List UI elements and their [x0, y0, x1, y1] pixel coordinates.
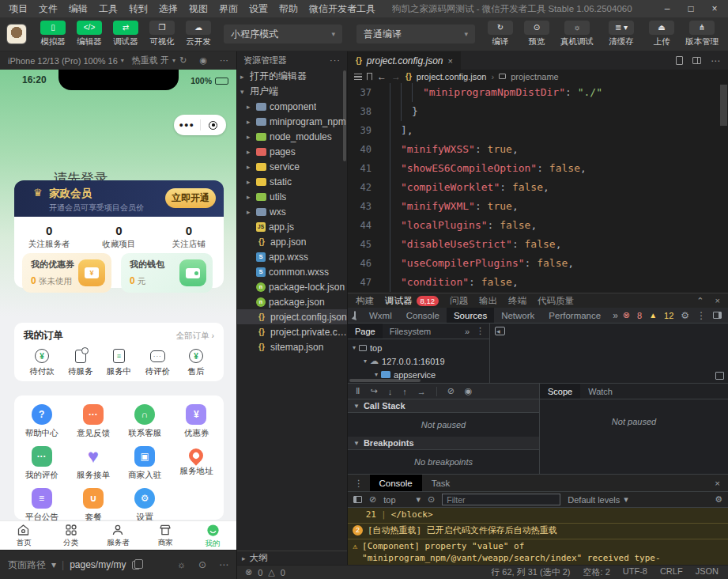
outline-icon[interactable] [354, 74, 362, 80]
tree-file[interactable]: JSapp.js [237, 219, 347, 234]
status-error-count[interactable]: 0 [258, 568, 262, 577]
more-icon[interactable]: ⋯ [711, 55, 720, 66]
wallet-card[interactable]: 我的钱包0元 [121, 253, 213, 293]
order-item[interactable]: ≡服务中 [102, 348, 137, 377]
menu-item[interactable]: 视图 [183, 0, 213, 17]
toolbar-button[interactable]: ⊙预览 [519, 21, 555, 47]
grid-item[interactable]: ¥优惠券 [171, 404, 222, 439]
log-line-number[interactable]: 21 [353, 509, 376, 521]
explorer-section[interactable]: ▸打开的编辑器 [237, 69, 347, 84]
panel-tab[interactable]: 问题 [450, 295, 468, 307]
console-log-row[interactable]: ⚠[Component] property "value" of "minipr… [348, 539, 728, 565]
grid-item[interactable]: 服务地址 [171, 446, 222, 481]
hide-navigator-icon[interactable]: ◀ [495, 327, 505, 335]
toolbar-button[interactable]: </>编辑器 [71, 21, 108, 47]
breadcrumb-symbol[interactable]: projectname [511, 72, 559, 81]
horizontal-scrollbar[interactable] [349, 379, 421, 382]
toolbar-button[interactable]: ❐可视化 [144, 21, 180, 47]
explorer-section[interactable]: ▾用户端 [237, 84, 347, 99]
menu-item[interactable]: 文件 [33, 0, 63, 17]
console-log-row[interactable]: 21|</block> [348, 508, 728, 524]
gear-icon[interactable]: ⚙ [715, 494, 722, 505]
code-area[interactable]: 3738394041424344454647 "miniprogramNpmDi… [348, 83, 728, 293]
clear-console-icon[interactable]: ⊘ [369, 494, 376, 505]
console-tab[interactable]: Task [422, 475, 460, 491]
kebab-menu-icon[interactable]: ⋮ [696, 310, 706, 321]
close-icon[interactable]: × [715, 296, 720, 306]
status-item[interactable]: UTF-8 [623, 566, 647, 578]
menu-item[interactable]: 项目 [3, 0, 33, 17]
kebab-menu-icon[interactable]: ⋮ [476, 326, 485, 336]
grid-item[interactable]: ?帮助中心 [16, 404, 67, 439]
tab-overflow-icon[interactable]: » [608, 308, 623, 323]
status-warning-count[interactable]: 0 [281, 568, 285, 577]
tab-item[interactable]: 服务者 [95, 521, 142, 550]
capsule-menu[interactable]: ●●● [174, 115, 226, 135]
eye-icon[interactable]: ⊙ [198, 559, 206, 570]
compile-mode-select[interactable]: 普通编译 ▾ [356, 25, 475, 44]
more-icon[interactable]: ●●● [174, 121, 200, 129]
refresh-icon[interactable]: ↻ [179, 55, 187, 66]
forward-icon[interactable]: → [391, 71, 401, 82]
tree-folder[interactable]: ▸node_modules [237, 129, 347, 144]
panel-tab[interactable]: 输出 [479, 295, 497, 307]
panel-tab[interactable]: 代码质量 [538, 295, 574, 307]
devtools-tab[interactable]: Console [399, 308, 447, 323]
tree-file[interactable]: {}sitemap.json [237, 339, 347, 354]
close-icon[interactable]: × [707, 475, 728, 491]
tree-node[interactable]: ▾☁127.0.0.1:16019 [348, 354, 489, 368]
tree-file[interactable]: npackage-lock.json [237, 279, 347, 294]
stat-item[interactable]: 0关注服务者 [14, 224, 84, 250]
tree-folder[interactable]: ▸service [237, 159, 347, 174]
tree-folder[interactable]: ▸wxs [237, 204, 347, 219]
grid-item[interactable]: ▣商家入驻 [119, 446, 171, 481]
tree-file[interactable]: Scommon.wxss [237, 264, 347, 279]
breadcrumb-file[interactable]: project.config.json [417, 72, 487, 81]
status-item[interactable]: CRLF [660, 566, 683, 578]
panel-tab[interactable]: 终端 [508, 295, 526, 307]
device-select[interactable]: iPhone 12/13 (Pro) 100% 16 [8, 56, 118, 66]
status-item[interactable]: 行 62, 列 31 (选中 2) [491, 566, 570, 578]
toolbar-button[interactable]: ↻编译 [482, 21, 519, 47]
tree-folder[interactable]: ▸miniprogram_npm [237, 114, 347, 129]
close-button[interactable]: × [704, 1, 725, 17]
all-orders-link[interactable]: 全部订单 › [176, 331, 214, 342]
inspect-element-icon[interactable] [354, 311, 356, 320]
more-icon[interactable]: ⋯ [220, 55, 228, 66]
device-debug-icon[interactable]: ☼ [177, 559, 186, 570]
grid-item[interactable]: ···意见反馈 [67, 404, 119, 439]
call-stack-header[interactable]: ▼ Call Stack [348, 399, 539, 413]
toolbar-button[interactable]: ⏏上传 [643, 21, 680, 47]
toolbar-button[interactable]: ☁云开发 [180, 21, 217, 47]
console-filter-input[interactable] [442, 494, 560, 505]
toolbar-button[interactable]: ▯模拟器 [35, 21, 71, 47]
mode-select[interactable]: 小程序模式 ▾ [224, 25, 342, 44]
menu-item[interactable]: 设置 [243, 0, 273, 17]
devtools-tab[interactable]: Performance [541, 308, 608, 323]
editor-scrollbar[interactable] [720, 85, 727, 126]
menu-item[interactable]: 工具 [93, 0, 123, 17]
grid-item[interactable]: ⚙设置 [119, 488, 171, 523]
open-file-icon[interactable] [715, 372, 724, 380]
split-editor-icon[interactable] [692, 57, 701, 64]
toolbar-button[interactable]: ⇄调试器 [108, 21, 144, 47]
grid-item[interactable]: ∩联系客服 [119, 404, 171, 439]
console-sidebar-icon[interactable] [353, 496, 362, 503]
tab-item[interactable]: 分类 [47, 521, 95, 550]
outline-section[interactable]: ▸ 大纲 [237, 551, 347, 565]
sidebar-tab[interactable]: Filesystem [383, 324, 439, 339]
more-icon[interactable]: ⋯ [219, 559, 228, 570]
tree-folder[interactable]: ▸component [237, 99, 347, 114]
order-item[interactable]: ¥待付款 [25, 348, 59, 377]
order-item[interactable]: 待服务 [63, 348, 98, 377]
log-levels-select[interactable]: Default levels ▾ [568, 494, 628, 505]
more-icon[interactable]: ··· [330, 55, 341, 65]
back-icon[interactable]: ← [377, 71, 387, 82]
stat-item[interactable]: 0收藏项目 [84, 224, 153, 250]
devtools-tab[interactable]: Wxml [362, 308, 399, 323]
status-item[interactable]: 空格: 2 [583, 566, 610, 578]
dock-side-icon[interactable] [713, 312, 722, 319]
grid-item[interactable]: ···我的评价 [16, 446, 67, 481]
tab-active[interactable]: 我的 [189, 521, 236, 550]
menu-item[interactable]: 帮助 [273, 0, 304, 17]
